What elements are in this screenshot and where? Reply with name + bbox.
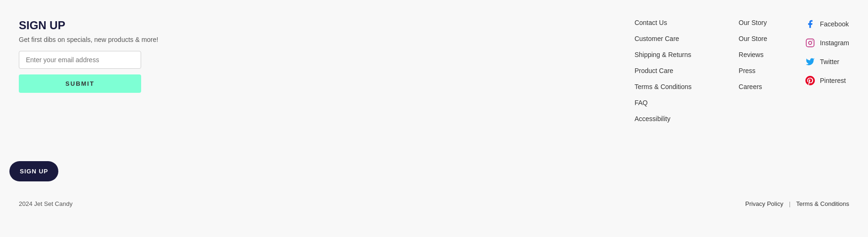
- svg-point-2: [812, 41, 813, 41]
- nav-link-reviews[interactable]: Reviews: [739, 51, 767, 58]
- nav-link-faq[interactable]: FAQ: [635, 99, 692, 106]
- bottom-divider: |: [789, 200, 790, 207]
- nav-link-product-care[interactable]: Product Care: [635, 67, 692, 74]
- facebook-label: Facebook: [820, 20, 849, 28]
- email-input[interactable]: [19, 51, 141, 69]
- privacy-policy-link[interactable]: Privacy Policy: [745, 200, 783, 207]
- terms-conditions-link[interactable]: Terms & Conditions: [796, 200, 849, 207]
- pinterest-icon: [805, 75, 815, 86]
- nav-column-1: Contact Us Customer Care Shipping & Retu…: [635, 19, 692, 203]
- footer: SIGN UP Get first dibs on specials, new …: [0, 0, 868, 217]
- social-item-facebook[interactable]: Facebook: [805, 19, 849, 29]
- nav-link-our-story[interactable]: Our Story: [739, 19, 767, 26]
- middle-spacer: [169, 14, 635, 203]
- svg-point-1: [808, 41, 812, 45]
- nav-column-2: Our Story Our Store Reviews Press Career…: [739, 19, 767, 203]
- bottom-bar: SIGN UP 2024 Jet Set Candy Privacy Polic…: [0, 200, 868, 207]
- nav-link-terms-conditions[interactable]: Terms & Conditions: [635, 83, 692, 90]
- signup-floating-button[interactable]: SIGN UP: [9, 161, 58, 181]
- facebook-icon: [805, 19, 815, 29]
- social-item-twitter[interactable]: Twitter: [805, 57, 849, 67]
- twitter-icon: [805, 57, 815, 67]
- pinterest-label: Pinterest: [820, 77, 846, 84]
- bottom-links: Privacy Policy | Terms & Conditions: [745, 200, 849, 207]
- nav-link-shipping-returns[interactable]: Shipping & Returns: [635, 51, 692, 58]
- signup-title: SIGN UP: [19, 19, 169, 32]
- nav-link-customer-care[interactable]: Customer Care: [635, 35, 692, 42]
- nav-link-press[interactable]: Press: [739, 67, 767, 74]
- social-item-instagram[interactable]: Instagram: [805, 38, 849, 48]
- copyright-text: 2024 Jet Set Candy: [19, 200, 72, 207]
- twitter-label: Twitter: [820, 58, 839, 65]
- instagram-label: Instagram: [820, 39, 849, 47]
- nav-link-contact-us[interactable]: Contact Us: [635, 19, 692, 26]
- signup-subtitle: Get first dibs on specials, new products…: [19, 36, 169, 43]
- nav-link-accessibility[interactable]: Accessibility: [635, 115, 692, 123]
- social-item-pinterest[interactable]: Pinterest: [805, 75, 849, 86]
- nav-link-our-store[interactable]: Our Store: [739, 35, 767, 42]
- social-column: Facebook Instagram Twitter: [805, 14, 849, 203]
- submit-button[interactable]: SUBMIT: [19, 74, 141, 93]
- nav-link-careers[interactable]: Careers: [739, 83, 767, 90]
- nav-columns: Contact Us Customer Care Shipping & Retu…: [635, 14, 767, 203]
- svg-rect-0: [806, 39, 814, 47]
- instagram-icon: [805, 38, 815, 48]
